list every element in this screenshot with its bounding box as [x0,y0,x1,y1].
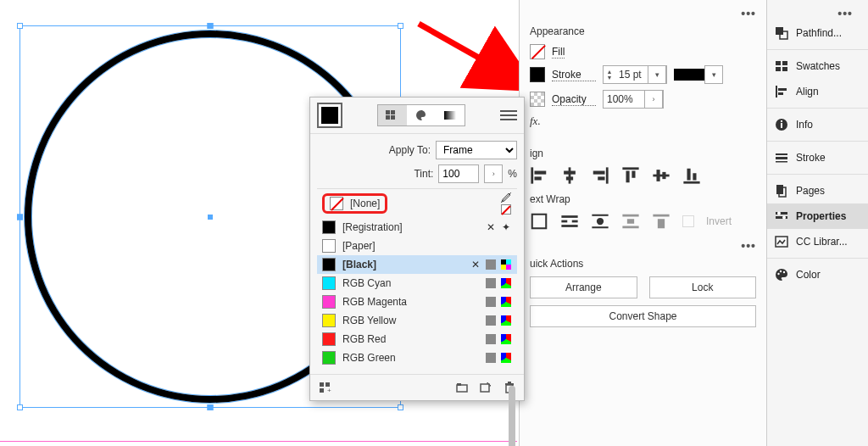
panel-menu-icon[interactable]: ••• [767,7,868,20]
tint-expand-icon[interactable]: › [484,164,503,183]
fx-button[interactable]: fx. [530,114,541,128]
rgb-icon [500,296,512,308]
opacity-expand-icon[interactable]: › [644,90,663,109]
sidebar-item-label: Pathfind... [796,27,842,39]
swatch-row-selected[interactable]: [Black] ✕ [317,255,517,274]
swatch-view-tabs [377,104,465,126]
tint-suffix: % [508,168,517,180]
fill-stroke-proxy-icon[interactable] [317,103,342,128]
swatch-row[interactable]: [Registration] ✕✦ [317,218,517,237]
svg-rect-57 [386,110,390,114]
panel-menu-icon[interactable]: ••• [530,239,756,253]
align-center-v-icon[interactable] [652,166,670,185]
sidebar-item-color[interactable]: Color [767,262,868,287]
sidebar-item-swatches[interactable]: Swatches [767,53,868,79]
scrollbar-thumb[interactable] [509,386,515,446]
sidebar-item-properties[interactable]: Properties [767,203,868,229]
fill-swatch-none-icon[interactable] [530,44,545,59]
swatch-color-tab[interactable] [407,105,436,125]
svg-rect-38 [776,86,777,98]
resize-handle-l[interactable] [17,214,23,220]
swatch-row[interactable]: RGB Yellow [317,311,517,330]
stroke-weight-value[interactable]: 15 pt [615,69,648,81]
libraries-icon [774,234,789,249]
svg-rect-60 [391,115,395,120]
opacity-link[interactable]: Opacity [552,93,596,106]
svg-rect-68 [457,383,461,386]
rgb-icon [500,315,512,326]
convert-shape-button[interactable]: Convert Shape [530,305,756,327]
swatch-options-icon[interactable]: + [317,380,332,395]
opacity-swatch-icon[interactable] [530,92,545,107]
wrap-shape-icon[interactable] [591,212,609,231]
svg-rect-65 [320,388,324,393]
stepper-arrows-icon[interactable]: ▲▼ [604,69,615,81]
sidebar-item-stroke[interactable]: Stroke [767,145,868,170]
resize-handle-t[interactable] [208,23,214,29]
stroke-swatch-icon[interactable] [530,67,545,82]
panel-menu-icon[interactable]: ••• [530,7,756,20]
align-center-h-icon[interactable] [560,166,579,185]
lock-button[interactable]: Lock [649,276,757,298]
svg-line-62 [501,192,511,203]
align-right-icon[interactable] [591,166,609,185]
swatch-row[interactable]: RGB Cyan [317,274,517,293]
svg-rect-43 [781,120,782,122]
new-group-icon[interactable] [454,380,470,395]
sidebar-item-label: Color [796,269,821,281]
arrange-button[interactable]: Arrange [530,276,637,298]
resize-handle-bl[interactable] [17,404,23,410]
popup-menu-icon[interactable] [500,107,517,124]
svg-rect-18 [693,173,696,180]
wrap-none-icon[interactable] [530,212,548,231]
resize-handle-b[interactable] [208,404,214,410]
wrap-bounding-icon[interactable] [560,212,579,231]
swatch-row[interactable]: RGB Green [317,348,517,367]
svg-rect-63 [320,382,324,387]
swatch-row[interactable]: RGB Magenta [317,293,517,311]
stroke-weight-stepper[interactable]: ▲▼ 15 pt ▾ [603,65,667,84]
align-bottom-icon[interactable] [682,166,701,185]
resize-handle-tr[interactable] [398,23,403,29]
apply-to-select[interactable]: Frame [436,141,517,159]
swatch-row-none-highlighted[interactable]: [None] [322,193,387,214]
swatch-row[interactable]: [Paper] [317,237,517,255]
swatch-gradient-tab[interactable] [436,105,465,125]
sidebar-item-pathfinder[interactable]: Pathfind... [767,20,868,46]
swatch-row[interactable]: RGB Red [317,330,517,348]
svg-point-54 [777,273,779,275]
sidebar-item-align[interactable]: Align [767,79,868,104]
align-left-icon[interactable] [530,166,548,185]
chevron-down-icon[interactable]: ▾ [648,65,666,84]
svg-rect-21 [561,220,567,223]
resize-handle-br[interactable] [398,404,403,410]
svg-rect-37 [782,67,787,71]
sidebar-item-pages[interactable]: Pages [767,178,868,203]
invert-checkbox[interactable] [682,215,694,227]
fill-link[interactable]: Fill [552,46,565,59]
swatch-grid-tab[interactable] [378,105,407,125]
wrap-jump-icon[interactable] [621,212,640,231]
swatch-name: [Registration] [342,221,403,233]
invert-label: Invert [706,215,732,227]
opacity-input[interactable]: 100% › [603,90,664,109]
opacity-value[interactable]: 100% [604,93,644,105]
svg-rect-25 [592,215,608,216]
stroke-style-dropdown[interactable]: ▾ [674,65,723,84]
svg-rect-15 [662,172,665,179]
resize-handle-tl[interactable] [17,23,23,29]
sidebar-item-cclibraries[interactable]: CC Librar... [767,229,868,254]
tint-input[interactable] [438,164,479,183]
swatch-scrollbar[interactable] [509,386,515,446]
chevron-down-icon[interactable]: ▾ [704,65,723,84]
new-swatch-icon[interactable] [478,380,493,395]
align-top-icon[interactable] [621,166,640,185]
stroke-link[interactable]: Stroke [552,69,596,81]
svg-rect-39 [778,88,787,91]
apply-to-label: Apply To: [389,144,431,156]
svg-rect-58 [391,110,395,114]
wrap-column-icon[interactable] [652,212,670,231]
sidebar-item-info[interactable]: Info [767,112,868,137]
cmyk-icon [500,259,512,270]
svg-rect-36 [776,67,781,71]
